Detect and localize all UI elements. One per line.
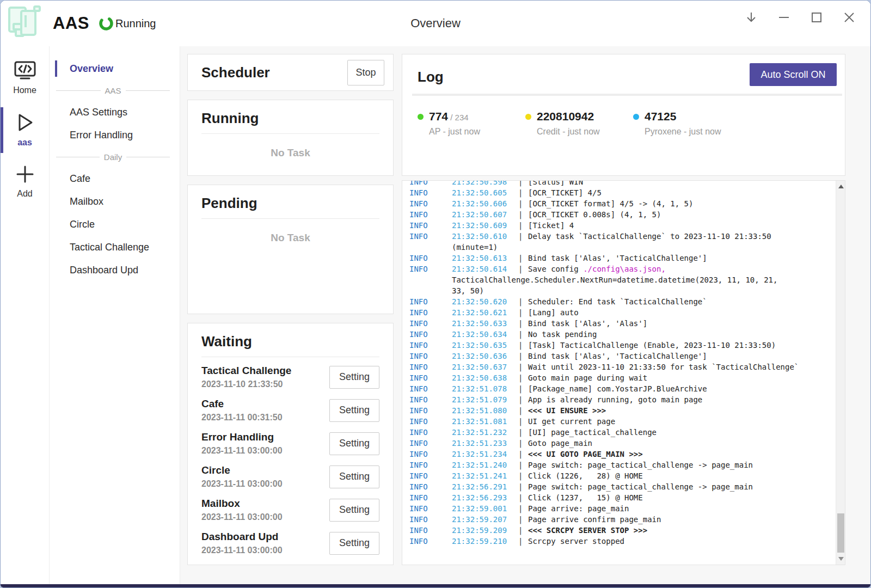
running-spinner-icon xyxy=(98,15,114,32)
setting-button-error-handling[interactable]: Setting xyxy=(329,432,379,455)
stat-pyroxene: 47125Pyroxene - just now xyxy=(633,110,741,137)
rail-item-label: Add xyxy=(1,189,49,199)
log-timestamp: 21:32:50.636 xyxy=(452,351,518,362)
nav-item-tactical-challenge[interactable]: Tactical Challenge xyxy=(55,236,171,259)
log-timestamp: 21:32:50.634 xyxy=(452,329,518,340)
minimize-button[interactable] xyxy=(776,10,792,27)
log-line: INFO21:32:56.291|Page switch: page_tacti… xyxy=(409,481,834,492)
log-separator: | xyxy=(518,351,528,362)
log-timestamp: 21:32:50.620 xyxy=(452,296,518,307)
divider xyxy=(412,94,842,96)
stat-total: / 234 xyxy=(448,113,469,122)
nav-item-overview[interactable]: Overview xyxy=(55,57,171,80)
setting-button-mailbox[interactable]: Setting xyxy=(329,499,379,522)
auto-scroll-toggle[interactable]: Auto Scroll ON xyxy=(750,63,837,86)
log-line: INFO21:32:51.234|<<< UI GOTO PAGE_MAIN >… xyxy=(409,449,834,460)
log-timestamp: 21:32:51.233 xyxy=(452,438,518,449)
nav-group-label: AAS xyxy=(105,86,121,95)
log-separator: | xyxy=(518,253,528,264)
app-name: AAS xyxy=(53,14,89,33)
app-logo-icon xyxy=(7,5,43,41)
running-panel: Running No Task xyxy=(187,100,394,176)
waiting-task-next-run: 2023-11-11 03:00:00 xyxy=(201,479,283,489)
scrollbar-down-icon[interactable] xyxy=(836,554,845,564)
log-timestamp: 21:32:50.633 xyxy=(452,318,518,329)
log-timestamp: 21:32:59.210 xyxy=(452,536,518,547)
log-header-panel: Log Auto Scroll ON 774 / 234AP - just no… xyxy=(402,54,845,176)
nav-item-cafe[interactable]: Cafe xyxy=(55,167,171,190)
setting-button-tactical-challenge[interactable]: Setting xyxy=(329,366,379,389)
log-separator: | xyxy=(518,209,528,220)
log-level: INFO xyxy=(409,372,452,383)
log-level: INFO xyxy=(409,209,452,220)
log-separator: | xyxy=(518,307,528,318)
log-level: INFO xyxy=(409,187,452,198)
log-message: [Status] WIN xyxy=(528,180,583,187)
log-level: INFO xyxy=(409,492,452,503)
setting-button-circle[interactable]: Setting xyxy=(329,465,379,488)
log-separator: | xyxy=(518,329,528,340)
log-line: INFO21:32:51.232|[UI] page_tactical_chal… xyxy=(409,427,834,438)
left-rail: HomeaasAdd xyxy=(1,46,50,584)
rail-item-aas[interactable]: aas xyxy=(1,107,49,153)
log-level: INFO xyxy=(409,340,452,351)
log-line: INFO21:32:50.610|Delay task `TacticalCha… xyxy=(409,231,834,242)
log-level: INFO xyxy=(409,198,452,209)
nav-item-error-handling[interactable]: Error Handling xyxy=(55,124,171,146)
log-scrollbar[interactable] xyxy=(836,181,845,565)
log-timestamp: 21:32:50.614 xyxy=(452,264,518,274)
log-line: INFO21:32:59.207|Page arrive confirm pag… xyxy=(409,514,834,525)
log-view[interactable]: INFO21:32:50.598|[Status] WININFO21:32:5… xyxy=(402,180,845,565)
close-button[interactable] xyxy=(841,10,857,27)
log-message: TacticalChallenge.Scheduler.NextRun=date… xyxy=(452,274,777,285)
log-line: INFO21:32:51.233|Goto page_main xyxy=(409,438,834,449)
log-message: <<< UI GOTO PAGE_MAIN >>> xyxy=(528,449,643,460)
log-line: INFO21:32:51.078|[Package_name] com.Yost… xyxy=(409,383,834,394)
maximize-button[interactable] xyxy=(808,10,825,27)
log-line: INFO21:32:50.634|No task pending xyxy=(409,329,834,340)
log-level: INFO xyxy=(409,514,452,525)
waiting-task-list: Tactical Challenge2023-11-10 21:33:50Set… xyxy=(201,360,379,560)
log-message: App is already running, goto main page xyxy=(528,394,702,405)
nav-item-label: Error Handling xyxy=(70,130,133,141)
log-message: Scrcpy server stopped xyxy=(528,536,624,547)
log-separator: | xyxy=(518,231,528,242)
log-timestamp: 21:32:50.621 xyxy=(452,307,518,318)
setting-button-cafe[interactable]: Setting xyxy=(329,399,379,422)
nav-item-mailbox[interactable]: Mailbox xyxy=(55,190,171,213)
log-message: [Ticket] 4 xyxy=(528,220,574,231)
app-status: Running xyxy=(115,17,156,30)
waiting-task-dashboard-upd: Dashboard Upd2023-11-11 03:00:00Setting xyxy=(201,526,379,560)
log-timestamp: 21:32:50.613 xyxy=(452,253,518,264)
log-level: INFO xyxy=(409,383,452,394)
log-separator: | xyxy=(518,536,528,547)
log-level: INFO xyxy=(409,503,452,514)
nav-item-aas-settings[interactable]: AAS Settings xyxy=(55,101,171,124)
log-level: INFO xyxy=(409,180,452,187)
scrollbar-up-icon[interactable] xyxy=(836,182,845,191)
rail-item-add[interactable]: Add xyxy=(1,160,49,204)
setting-button-dashboard-upd[interactable]: Setting xyxy=(329,532,379,555)
log-line-continuation: TacticalChallenge.Scheduler.NextRun=date… xyxy=(409,274,834,285)
log-timestamp: 21:32:51.080 xyxy=(452,405,518,416)
log-timestamp: 21:32:50.610 xyxy=(452,231,518,242)
stat-value: 774 / 234 xyxy=(429,110,480,123)
log-line: INFO21:32:51.080|<<< UI ENSURE >>> xyxy=(409,405,834,416)
nav-item-dashboard-upd[interactable]: Dashboard Upd xyxy=(55,259,171,281)
waiting-task-circle: Circle2023-11-11 03:00:00Setting xyxy=(201,460,379,493)
stat-dot-icon xyxy=(418,114,424,120)
log-separator: | xyxy=(518,220,528,231)
scrollbar-thumb[interactable] xyxy=(837,513,844,553)
main-area: Scheduler Stop Running No Task Pending N… xyxy=(180,46,870,584)
stop-button[interactable]: Stop xyxy=(347,60,384,85)
nav-item-label: Dashboard Upd xyxy=(70,265,138,276)
nav-item-circle[interactable]: Circle xyxy=(55,213,171,236)
arrow-down-button[interactable] xyxy=(743,10,759,27)
log-message: Bind task ['Alas', 'TacticalChallenge'] xyxy=(528,351,707,362)
waiting-panel: Waiting Tactical Challenge2023-11-10 21:… xyxy=(187,323,394,565)
nav-item-label: Circle xyxy=(70,219,95,230)
log-timestamp: 21:32:59.209 xyxy=(452,525,518,536)
log-level: INFO xyxy=(409,351,452,362)
log-separator: | xyxy=(518,264,528,274)
rail-item-home[interactable]: Home xyxy=(1,56,49,101)
